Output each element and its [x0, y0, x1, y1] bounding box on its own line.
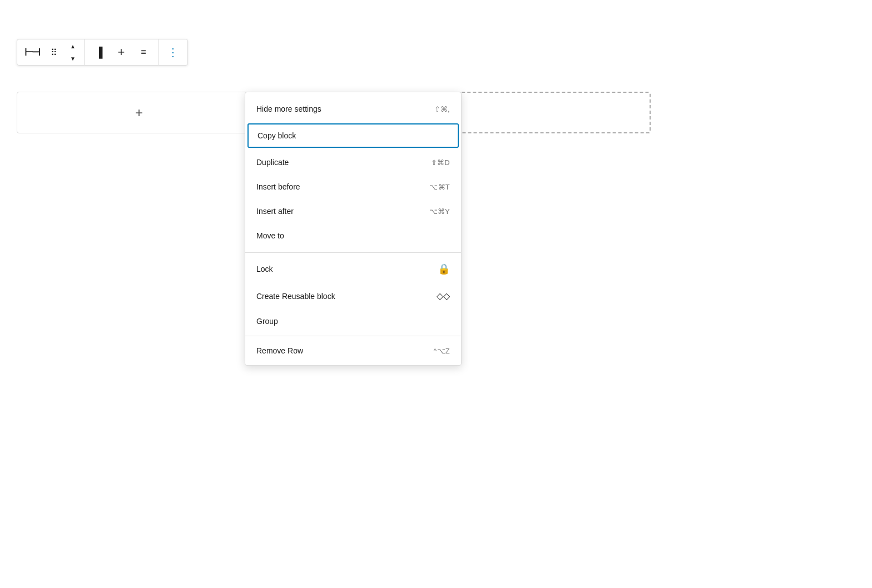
menu-item-hide-more-settings-label: Hide more settings	[256, 104, 321, 113]
menu-section-3: Remove Row ^⌥Z	[245, 336, 461, 365]
align-left-icon[interactable]: ▐	[89, 39, 109, 65]
move-arrows: ▲ ▼	[66, 40, 80, 64]
block-toolbar: ⊢⊣ ⠿ ▲ ▼ ▐ + ≡ ⋮	[17, 39, 188, 66]
move-down-icon[interactable]: ▼	[66, 52, 80, 64]
menu-item-remove-row-shortcut: ^⌥Z	[433, 347, 450, 355]
menu-item-lock[interactable]: Lock 🔒	[245, 255, 461, 283]
menu-section-2: Lock 🔒 Create Reusable block ◇◇ Group	[245, 253, 461, 336]
lock-icon: 🔒	[438, 263, 450, 275]
menu-item-move-to[interactable]: Move to	[245, 223, 461, 248]
menu-item-remove-row[interactable]: Remove Row ^⌥Z	[245, 338, 461, 363]
menu-item-insert-before-label: Insert before	[256, 182, 300, 191]
toolbar-group-layout: ⊢⊣ ⠿ ▲ ▼	[17, 39, 84, 65]
reusable-block-icon: ◇◇	[437, 291, 450, 301]
menu-item-group-label: Group	[256, 317, 278, 326]
menu-item-create-reusable-block-label: Create Reusable block	[256, 292, 335, 301]
menu-item-insert-after-shortcut: ⌥⌘Y	[429, 207, 450, 216]
add-block-button[interactable]: +	[129, 103, 149, 123]
move-up-icon[interactable]: ▲	[66, 40, 80, 52]
block-left-column: +	[17, 92, 261, 133]
drag-icon[interactable]: ⠿	[44, 39, 64, 65]
columns-icon[interactable]: ⊢⊣	[22, 39, 42, 65]
menu-item-move-to-label: Move to	[256, 231, 284, 240]
menu-item-hide-more-settings-shortcut: ⇧⌘,	[434, 105, 450, 113]
menu-item-duplicate-label: Duplicate	[256, 158, 289, 167]
menu-item-copy-block-label: Copy block	[257, 131, 296, 140]
menu-item-hide-more-settings[interactable]: Hide more settings ⇧⌘,	[245, 97, 461, 121]
menu-item-copy-block[interactable]: Copy block	[247, 123, 459, 148]
menu-item-remove-row-label: Remove Row	[256, 346, 303, 355]
menu-item-group[interactable]: Group	[245, 309, 461, 333]
more-options-button[interactable]: ⋮	[163, 39, 183, 65]
menu-item-duplicate[interactable]: Duplicate ⇧⌘D	[245, 150, 461, 175]
menu-item-insert-before-shortcut: ⌥⌘T	[429, 183, 450, 191]
menu-item-insert-after-label: Insert after	[256, 207, 294, 216]
menu-item-duplicate-shortcut: ⇧⌘D	[431, 158, 450, 167]
toolbar-group-alignment: ▐ + ≡	[84, 39, 158, 65]
menu-item-insert-after[interactable]: Insert after ⌥⌘Y	[245, 199, 461, 223]
toolbar-group-more: ⋮	[158, 39, 187, 65]
align-center-icon[interactable]: ≡	[133, 39, 153, 65]
context-menu: Hide more settings ⇧⌘, Copy block Duplic…	[245, 92, 462, 366]
menu-section-1: Hide more settings ⇧⌘, Copy block Duplic…	[245, 92, 461, 252]
menu-item-insert-before[interactable]: Insert before ⌥⌘T	[245, 175, 461, 199]
add-block-icon[interactable]: +	[111, 39, 131, 65]
menu-item-create-reusable-block[interactable]: Create Reusable block ◇◇	[245, 283, 461, 309]
menu-item-lock-label: Lock	[256, 265, 273, 273]
